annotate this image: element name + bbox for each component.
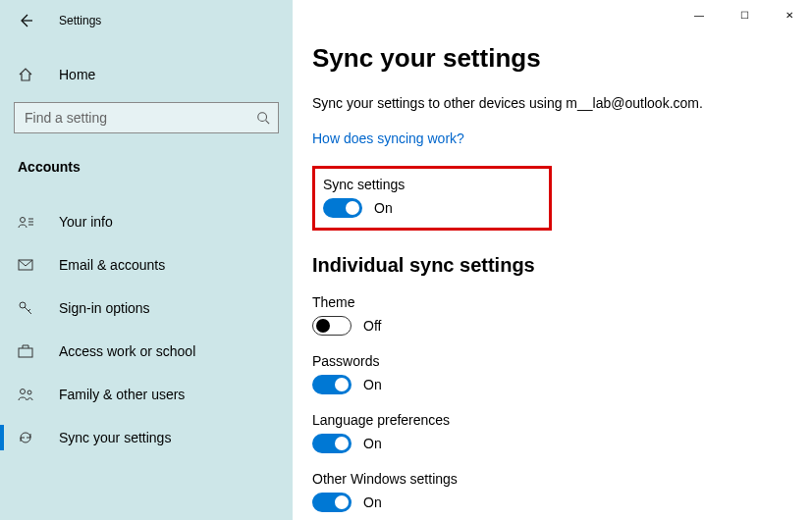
people-icon [18, 388, 41, 401]
page-description: Sync your settings to other devices usin… [312, 95, 812, 111]
sidebar-item-access-work-school[interactable]: Access work or school [0, 330, 293, 373]
sync-settings-toggle[interactable] [323, 198, 362, 218]
theme-label: Theme [312, 294, 812, 310]
sidebar-item-label: Family & other users [59, 387, 185, 402]
svg-point-0 [258, 113, 267, 122]
home-label: Home [59, 67, 95, 82]
maximize-button[interactable]: ☐ [722, 0, 767, 29]
passwords-toggle[interactable] [312, 375, 352, 394]
back-button[interactable] [18, 13, 41, 28]
sidebar-item-label: Email & accounts [59, 257, 165, 273]
svg-rect-4 [19, 348, 32, 357]
sidebar-item-email-accounts[interactable]: Email & accounts [0, 243, 293, 286]
passwords-label: Passwords [312, 353, 812, 369]
svg-point-6 [27, 390, 31, 394]
sidebar-item-sync-settings[interactable]: Sync your settings [0, 416, 293, 459]
category-header: Accounts [0, 133, 293, 182]
sync-icon [18, 430, 41, 445]
other-windows-label: Other Windows settings [312, 471, 812, 487]
search-input[interactable] [25, 110, 256, 126]
sidebar-item-label: Sign-in options [59, 300, 150, 316]
search-box[interactable] [14, 102, 279, 133]
page-title: Sync your settings [312, 43, 812, 74]
sidebar-item-label: Sync your settings [59, 430, 171, 445]
passwords-state: On [363, 377, 382, 392]
theme-toggle[interactable] [312, 316, 352, 336]
other-windows-state: On [363, 494, 382, 510]
individual-sync-title: Individual sync settings [312, 254, 812, 277]
close-button[interactable]: ✕ [767, 0, 812, 29]
svg-point-5 [21, 390, 26, 394]
help-link[interactable]: How does syncing work? [312, 130, 464, 146]
search-icon [256, 111, 270, 125]
language-toggle[interactable] [312, 434, 352, 453]
svg-point-1 [21, 218, 26, 223]
sync-settings-state: On [374, 200, 393, 216]
sidebar-item-your-info[interactable]: Your info [0, 200, 293, 243]
language-label: Language preferences [312, 412, 812, 428]
sidebar: Settings Home Accounts Your info [0, 0, 293, 520]
sidebar-item-label: Access work or school [59, 343, 195, 359]
briefcase-icon [18, 344, 41, 358]
sync-settings-label: Sync settings [323, 177, 537, 192]
sync-settings-highlight: Sync settings On [312, 166, 552, 231]
sidebar-item-label: Your info [59, 214, 113, 230]
other-windows-toggle[interactable] [312, 493, 352, 512]
main-content: Sync your settings Sync your settings to… [293, 0, 812, 520]
app-title: Settings [59, 14, 101, 27]
email-icon [18, 259, 41, 271]
home-nav[interactable]: Home [0, 55, 293, 94]
theme-state: Off [363, 318, 381, 334]
home-icon [18, 67, 41, 82]
sidebar-item-signin-options[interactable]: Sign-in options [0, 286, 293, 330]
key-icon [18, 300, 41, 316]
language-state: On [363, 436, 382, 451]
person-card-icon [18, 215, 41, 229]
minimize-button[interactable]: — [677, 0, 722, 29]
sidebar-item-family-other-users[interactable]: Family & other users [0, 373, 293, 416]
